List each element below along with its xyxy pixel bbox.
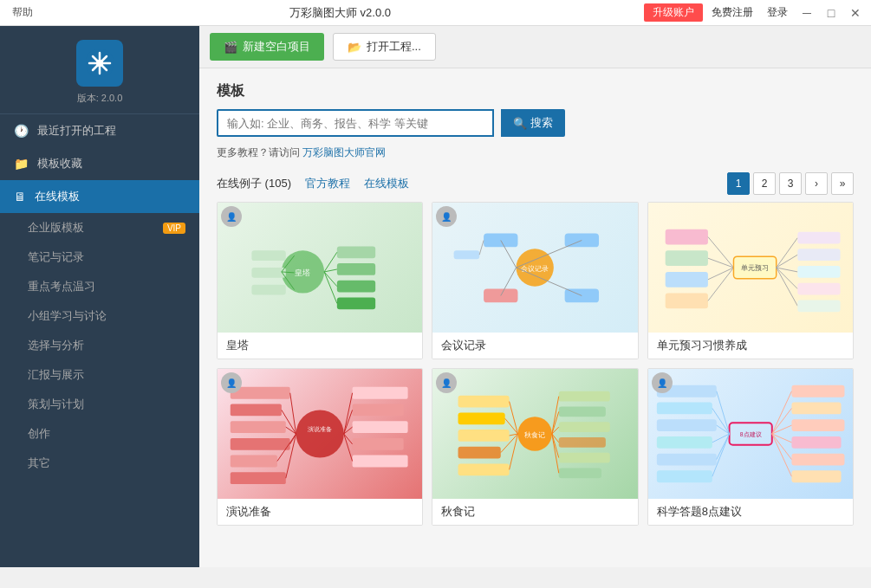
svg-rect-86 <box>559 406 606 417</box>
svg-rect-19 <box>484 234 517 248</box>
submenu-item-analysis[interactable]: 选择与分析 <box>0 331 199 360</box>
svg-rect-101 <box>657 419 717 431</box>
svg-text:秋食记: 秋食记 <box>524 431 545 439</box>
submenu-item-plan[interactable]: 策划与计划 <box>0 390 199 419</box>
minimize-button[interactable]: ─ <box>796 3 817 23</box>
svg-line-7 <box>324 252 337 272</box>
svg-rect-12 <box>251 268 285 278</box>
logo-icon <box>76 40 123 87</box>
submenu-item-report[interactable]: 汇报与展示 <box>0 360 199 390</box>
logo-area: 版本: 2.0.0 <box>0 26 199 114</box>
card-6-label: 科学答题8点建议 <box>648 499 853 525</box>
svg-rect-53 <box>231 421 286 433</box>
upgrade-button[interactable]: 升级账户 <box>644 3 703 22</box>
svg-point-49 <box>296 410 344 457</box>
svg-rect-54 <box>231 438 290 450</box>
content-area: 🎬 新建空白项目 📂 打开工程... 模板 🔍 搜索 更多教程？请访问 万彩脑图… <box>199 26 871 567</box>
online-templates-link[interactable]: 在线模板 <box>364 176 409 191</box>
search-button[interactable]: 🔍 搜索 <box>501 109 565 137</box>
examples-header: 在线例子 (105) 官方教程 在线模板 1 2 3 › » <box>199 167 871 202</box>
svg-rect-103 <box>657 454 717 466</box>
card-1-label: 皇塔 <box>218 333 422 359</box>
favorites-icon: 📁 <box>14 157 29 171</box>
svg-rect-111 <box>791 385 844 397</box>
card-3-label: 单元预习习惯养成 <box>648 333 853 359</box>
svg-rect-78 <box>458 447 501 459</box>
card-4-label: 演说准备 <box>218 499 422 525</box>
svg-rect-46 <box>797 266 840 278</box>
svg-text:8点建议: 8点建议 <box>739 431 761 438</box>
titlebar-left: 帮助 <box>0 3 36 22</box>
svg-line-40 <box>776 255 797 268</box>
submenu-item-create[interactable]: 创作 <box>0 419 199 449</box>
card-1-avatar: 👤 <box>221 206 242 227</box>
svg-rect-112 <box>791 403 841 415</box>
card-1[interactable]: 👤 皇塔 <box>217 202 423 359</box>
submenu-item-group[interactable]: 小组学习与讨论 <box>0 301 199 331</box>
page-next-button[interactable]: › <box>805 172 828 195</box>
svg-rect-52 <box>231 404 282 417</box>
submenu-item-other[interactable]: 其它 <box>0 449 199 478</box>
svg-rect-79 <box>458 463 510 475</box>
sidebar-item-online[interactable]: 🖥 在线模板 <box>0 180 199 213</box>
svg-rect-75 <box>458 396 510 408</box>
official-tutorial-link[interactable]: 官方教程 <box>305 176 350 191</box>
app-title: 万彩脑图大师 v2.0.0 <box>36 5 644 21</box>
svg-rect-44 <box>797 232 840 244</box>
card-2[interactable]: 👤 会议记录 <box>432 202 638 359</box>
svg-rect-31 <box>665 272 707 288</box>
card-6[interactable]: 👤 8点建议 <box>647 368 854 526</box>
sidebar: 版本: 2.0.0 🕐 最近打开的工程 📁 模板收藏 🖥 在线模板 企业版模板 … <box>0 26 199 567</box>
svg-rect-13 <box>251 285 285 295</box>
svg-rect-113 <box>791 419 844 431</box>
card-4[interactable]: 👤 演说准备 <box>217 368 423 526</box>
svg-rect-5 <box>337 281 375 293</box>
submenu-item-enterprise[interactable]: 企业版模板 VIP <box>0 213 199 242</box>
page-1-button[interactable]: 1 <box>727 172 750 195</box>
svg-rect-11 <box>251 250 285 261</box>
online-icon: 🖥 <box>14 190 26 204</box>
svg-line-105 <box>716 391 729 434</box>
titlebar-right: 升级账户 免费注册 登录 ─ □ ✕ <box>644 3 871 23</box>
svg-rect-27 <box>454 250 480 259</box>
card-5[interactable]: 👤 秋食记 <box>432 368 638 526</box>
register-button[interactable]: 免费注册 <box>706 3 758 22</box>
new-project-button[interactable]: 🎬 新建空白项目 <box>210 33 324 61</box>
svg-rect-48 <box>797 300 840 312</box>
official-site-link[interactable]: 万彩脑图大师官网 <box>302 146 386 158</box>
vip-badge: VIP <box>163 223 185 234</box>
new-project-icon: 🎬 <box>224 41 237 54</box>
svg-text:单元预习: 单元预习 <box>741 264 769 272</box>
login-button[interactable]: 登录 <box>762 3 793 22</box>
pagination: 1 2 3 › » <box>727 172 854 195</box>
svg-line-28 <box>479 240 484 255</box>
svg-line-35 <box>708 268 734 280</box>
svg-rect-21 <box>484 289 517 303</box>
close-button[interactable]: ✕ <box>845 3 866 23</box>
svg-rect-55 <box>231 456 277 468</box>
svg-rect-64 <box>353 404 404 417</box>
card-4-avatar: 👤 <box>221 372 242 393</box>
sidebar-item-favorites[interactable]: 📁 模板收藏 <box>0 147 199 180</box>
app-version: 版本: 2.0.0 <box>77 92 123 105</box>
search-input[interactable] <box>217 109 494 137</box>
svg-rect-30 <box>665 250 707 266</box>
svg-rect-116 <box>791 470 841 482</box>
page-3-button[interactable]: 3 <box>779 172 802 195</box>
card-4-thumb: 👤 演说准备 <box>218 369 422 499</box>
page-2-button[interactable]: 2 <box>753 172 776 195</box>
page-last-button[interactable]: » <box>831 172 854 195</box>
svg-line-57 <box>290 393 296 434</box>
card-3[interactable]: 单元预习 单元预习习惯养成 <box>647 202 854 359</box>
sidebar-item-recent[interactable]: 🕐 最近打开的工程 <box>0 114 199 147</box>
maximize-button[interactable]: □ <box>821 3 842 23</box>
open-project-button[interactable]: 📂 打开工程... <box>333 33 436 61</box>
search-icon: 🔍 <box>513 117 527 130</box>
svg-rect-76 <box>458 412 505 424</box>
svg-point-0 <box>96 60 103 67</box>
svg-text:皇塔: 皇塔 <box>295 268 310 277</box>
submenu-item-review[interactable]: 重点考点温习 <box>0 272 199 301</box>
sidebar-label-recent: 最近打开的工程 <box>37 123 116 139</box>
submenu-item-notes[interactable]: 笔记与记录 <box>0 242 199 272</box>
menu-help[interactable]: 帮助 <box>9 3 36 22</box>
